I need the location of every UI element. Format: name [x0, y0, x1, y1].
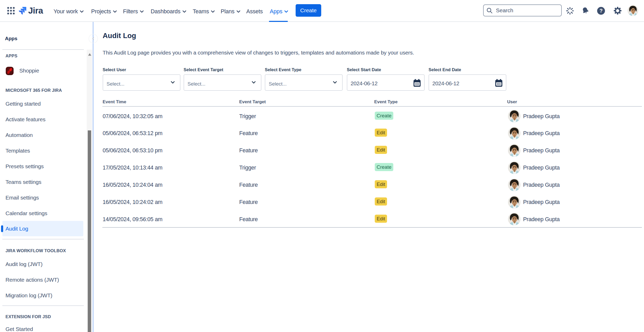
svg-text:?: ? [599, 8, 602, 14]
